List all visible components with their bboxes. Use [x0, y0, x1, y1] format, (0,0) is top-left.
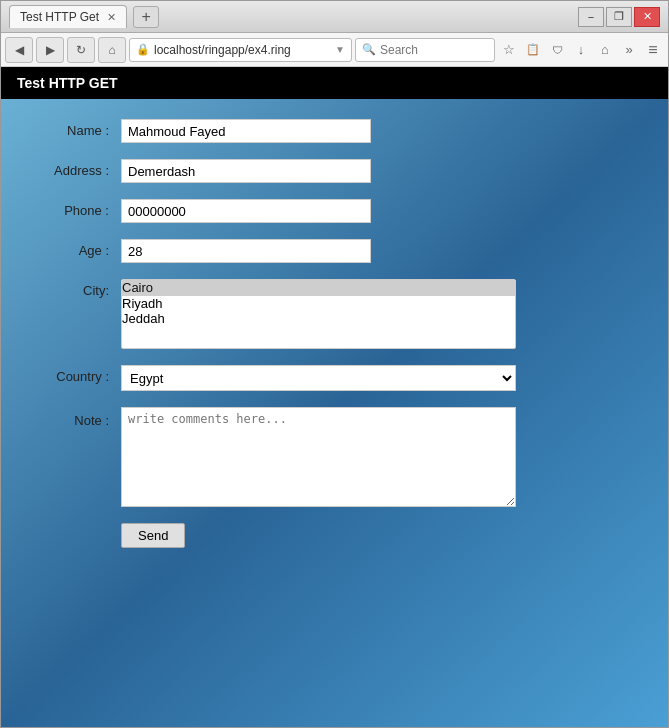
city-listbox[interactable]: CairoRiyadhJeddah: [121, 279, 516, 349]
title-bar: Test HTTP Get ✕ + − ❐ ✕: [1, 1, 668, 33]
send-spacer: [31, 523, 121, 527]
tab-title: Test HTTP Get: [20, 10, 99, 24]
content-area: Name : Address : Phone : Age : City:: [1, 99, 668, 727]
browser-window: Test HTTP Get ✕ + − ❐ ✕ ◀ ▶ ↻ ⌂ 🔒 ▼: [0, 0, 669, 728]
phone-label: Phone :: [31, 199, 121, 218]
address-input[interactable]: [121, 159, 371, 183]
more-pages-icon[interactable]: »: [618, 39, 640, 61]
refresh-icon: ↻: [76, 43, 86, 57]
bookmark-icon[interactable]: ☆: [498, 39, 520, 61]
menu-icon[interactable]: ≡: [642, 39, 664, 61]
new-tab-button[interactable]: +: [133, 6, 159, 28]
send-button[interactable]: Send: [121, 523, 185, 548]
phone-row: Phone :: [31, 199, 638, 223]
page-header: Test HTTP GET: [1, 67, 668, 99]
window-controls: − ❐ ✕: [578, 7, 660, 27]
search-bar[interactable]: 🔍: [355, 38, 495, 62]
dropdown-icon: ▼: [335, 44, 345, 55]
send-row: Send: [31, 523, 638, 548]
city-label: City:: [31, 279, 121, 298]
name-row: Name :: [31, 119, 638, 143]
briefcase-icon[interactable]: 📋: [522, 39, 544, 61]
city-row: City: CairoRiyadhJeddah: [31, 279, 638, 349]
phone-input[interactable]: [121, 199, 371, 223]
home-button[interactable]: ⌂: [98, 37, 126, 63]
restore-button[interactable]: ❐: [606, 7, 632, 27]
back-button[interactable]: ◀: [5, 37, 33, 63]
minimize-button[interactable]: −: [578, 7, 604, 27]
page-title: Test HTTP GET: [17, 75, 118, 91]
country-label: Country :: [31, 365, 121, 384]
home2-icon[interactable]: ⌂: [594, 39, 616, 61]
name-label: Name :: [31, 119, 121, 138]
url-input[interactable]: [154, 43, 331, 57]
back-icon: ◀: [15, 43, 24, 57]
age-input[interactable]: [121, 239, 371, 263]
forward-icon: ▶: [46, 43, 55, 57]
download-icon[interactable]: ↓: [570, 39, 592, 61]
url-bar[interactable]: 🔒 ▼: [129, 38, 352, 62]
nav-icons: ☆ 📋 🛡 ↓ ⌂ » ≡: [498, 39, 664, 61]
title-tabs: Test HTTP Get ✕ +: [9, 5, 578, 28]
shield-icon[interactable]: 🛡: [546, 39, 568, 61]
note-textarea[interactable]: [121, 407, 516, 507]
active-tab[interactable]: Test HTTP Get ✕: [9, 5, 127, 28]
refresh-button[interactable]: ↻: [67, 37, 95, 63]
nav-bar: ◀ ▶ ↻ ⌂ 🔒 ▼ 🔍 ☆ 📋 🛡 ↓ ⌂ » ≡: [1, 33, 668, 67]
search-input[interactable]: [380, 43, 488, 57]
home-icon: ⌂: [108, 43, 115, 57]
address-label: Address :: [31, 159, 121, 178]
country-select[interactable]: EgyptSaudi ArabiaUAEJordan: [121, 365, 516, 391]
tab-close-button[interactable]: ✕: [107, 11, 116, 24]
country-row: Country : EgyptSaudi ArabiaUAEJordan: [31, 365, 638, 391]
lock-icon: 🔒: [136, 43, 150, 56]
address-row: Address :: [31, 159, 638, 183]
name-input[interactable]: [121, 119, 371, 143]
age-row: Age :: [31, 239, 638, 263]
search-icon: 🔍: [362, 43, 376, 56]
note-row: Note :: [31, 407, 638, 507]
note-label: Note :: [31, 407, 121, 428]
age-label: Age :: [31, 239, 121, 258]
close-button[interactable]: ✕: [634, 7, 660, 27]
forward-button[interactable]: ▶: [36, 37, 64, 63]
form: Name : Address : Phone : Age : City:: [31, 119, 638, 548]
